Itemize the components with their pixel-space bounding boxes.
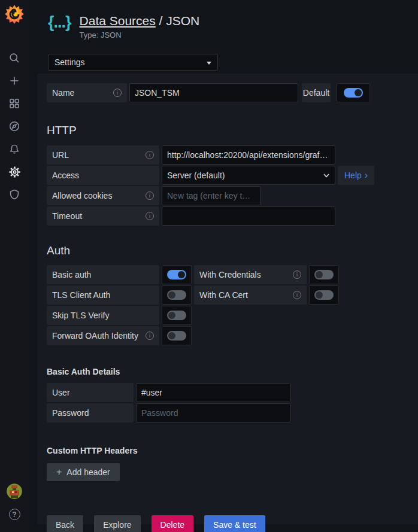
allowed-cookies-label-text: Allowed cookies — [52, 191, 112, 200]
tls-client-auth-toggle-box — [162, 285, 192, 305]
main-area: {...} Data Sources / JSON Type: JSON Set… — [29, 0, 418, 532]
server-admin-shield-icon[interactable] — [0, 183, 29, 206]
basic-auth-label: Basic auth — [47, 265, 159, 284]
with-credentials-label-text: With Credentials — [199, 270, 261, 279]
save-test-button[interactable]: Save & test — [204, 515, 265, 532]
create-plus-icon[interactable] — [0, 69, 29, 92]
name-label: Name i — [47, 83, 127, 102]
plus-icon: + — [56, 467, 62, 478]
chevron-down-icon — [323, 174, 329, 178]
settings-tab-select[interactable]: Settings — [48, 54, 218, 71]
info-icon[interactable]: i — [146, 332, 154, 340]
dashboards-grid-icon[interactable] — [0, 92, 29, 115]
forward-oauth-label: Forward OAuth Identity i — [47, 326, 159, 345]
search-icon[interactable] — [0, 47, 29, 69]
default-toggle[interactable] — [344, 88, 363, 98]
password-row: Password — [47, 403, 408, 422]
tls-client-auth-toggle[interactable] — [167, 290, 186, 300]
access-label-text: Access — [52, 171, 79, 180]
skip-tls-verify-label-text: Skip TLS Verify — [52, 311, 109, 320]
help-button[interactable]: Help › — [338, 166, 374, 185]
access-select-value: Server (default) — [167, 171, 225, 180]
info-icon[interactable]: i — [113, 89, 122, 97]
info-icon[interactable]: i — [293, 291, 301, 299]
explore-button[interactable]: Explore — [94, 515, 140, 532]
auth-row-4: Forward OAuth Identity i — [47, 326, 408, 345]
skip-tls-verify-toggle[interactable] — [167, 311, 186, 320]
help-icon[interactable]: ? — [9, 509, 20, 520]
custom-http-headers-heading: Custom HTTP Headers — [47, 446, 408, 455]
name-label-text: Name — [52, 88, 74, 98]
explore-compass-icon[interactable] — [0, 115, 29, 138]
auth-row-2: TLS Client Auth With CA Cert i — [47, 285, 408, 305]
name-input[interactable] — [129, 83, 298, 102]
info-icon[interactable]: i — [146, 191, 154, 200]
timeout-row: Timeout i — [47, 206, 408, 226]
sidebar-nav — [0, 47, 29, 206]
page-title-block: Data Sources / JSON Type: JSON — [80, 13, 200, 39]
action-buttons: Back Explore Delete Save & test — [47, 515, 408, 532]
configuration-gear-icon[interactable] — [0, 160, 29, 183]
user-label-text: User — [52, 388, 70, 397]
auth-row-3: Skip TLS Verify — [47, 306, 408, 325]
default-toggle-box — [337, 83, 370, 102]
back-button[interactable]: Back — [47, 515, 83, 532]
datasource-type-icon: {...} — [48, 13, 71, 31]
allowed-cookies-label: Allowed cookies i — [47, 186, 159, 205]
with-ca-cert-toggle[interactable] — [314, 290, 334, 300]
http-section-heading: HTTP — [47, 124, 408, 137]
caret-down-icon — [207, 62, 211, 65]
url-row: URL i — [47, 145, 408, 165]
breadcrumb-datasources-link[interactable]: Data Sources — [80, 14, 156, 28]
basic-auth-toggle-box — [162, 265, 192, 284]
avatar-image — [7, 484, 22, 499]
add-header-button[interactable]: + Add header — [47, 463, 120, 481]
default-label: Default — [302, 83, 331, 102]
info-icon[interactable]: i — [146, 212, 154, 220]
tls-client-auth-label-text: TLS Client Auth — [52, 290, 110, 300]
add-header-button-label: Add header — [66, 467, 110, 477]
user-label: User — [47, 383, 134, 402]
page-header: {...} Data Sources / JSON Type: JSON — [29, 0, 418, 39]
name-row: Name i Default — [47, 83, 408, 102]
basic-auth-label-text: Basic auth — [52, 270, 91, 279]
forward-oauth-toggle[interactable] — [167, 331, 186, 341]
delete-button[interactable]: Delete — [152, 515, 193, 532]
info-icon[interactable]: i — [146, 151, 154, 159]
settings-tab-select-value: Settings — [54, 57, 85, 67]
alerting-bell-icon[interactable] — [0, 138, 29, 160]
user-input[interactable] — [136, 383, 290, 402]
chevron-right-icon: › — [365, 171, 368, 180]
grafana-logo[interactable] — [0, 0, 29, 29]
timeout-label-text: Timeout — [52, 211, 82, 221]
page-title: Data Sources / JSON — [80, 13, 200, 29]
password-label-text: Password — [52, 408, 89, 418]
with-credentials-label: With Credentials i — [194, 265, 307, 284]
with-ca-cert-label: With CA Cert i — [194, 285, 307, 305]
info-icon[interactable]: i — [293, 270, 301, 279]
timeout-label: Timeout i — [47, 206, 159, 226]
basic-auth-toggle[interactable] — [167, 270, 186, 279]
sidebar: ? — [0, 0, 29, 532]
access-select[interactable]: Server (default) — [162, 166, 335, 185]
user-avatar[interactable] — [7, 484, 22, 499]
auth-row-1: Basic auth With Credentials i — [47, 265, 408, 284]
allowed-cookies-input[interactable] — [162, 186, 261, 205]
url-input[interactable] — [162, 145, 335, 165]
datasource-settings-panel: Name i Default HTTP URL i Access — [37, 74, 418, 524]
help-button-label: Help — [344, 171, 362, 180]
password-input[interactable] — [136, 403, 290, 422]
breadcrumb-current: / JSON — [156, 14, 200, 28]
grafana-logo-icon — [4, 4, 25, 25]
with-credentials-toggle[interactable] — [314, 270, 334, 279]
password-label: Password — [47, 403, 134, 422]
url-label: URL i — [47, 145, 159, 165]
default-label-text: Default — [303, 88, 329, 98]
user-row: User — [47, 383, 408, 402]
basic-auth-details-heading: Basic Auth Details — [47, 367, 408, 376]
datasource-type-subtitle: Type: JSON — [80, 31, 200, 39]
allowed-cookies-row: Allowed cookies i — [47, 186, 408, 205]
with-credentials-toggle-box — [309, 265, 339, 284]
timeout-input[interactable] — [162, 206, 335, 226]
access-row: Access Server (default) Help › — [47, 166, 408, 185]
